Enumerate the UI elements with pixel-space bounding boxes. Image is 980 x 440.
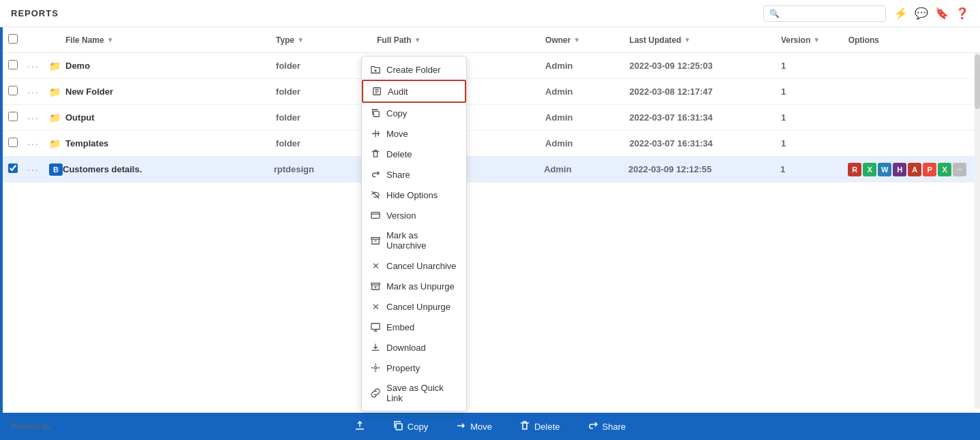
table-row: ··· 📁 Output folder Admin 2022-03-07 16:… bbox=[3, 105, 980, 131]
share-bottom-icon bbox=[587, 420, 598, 433]
file-table: File Name ▼ Type ▼ Full Path ▼ Owner ▼ L… bbox=[3, 27, 980, 432]
menu-item-hide-options[interactable]: Hide Options bbox=[362, 185, 466, 205]
menu-label-property: Property bbox=[386, 363, 420, 373]
cancel-unpurge-icon: ✕ bbox=[370, 301, 381, 312]
row-more-options[interactable]: ··· bbox=[27, 164, 49, 175]
top-bar: REPORTS 🔍 ⚡ 💬 🔖 ❓ bbox=[0, 0, 980, 27]
row-checkbox[interactable] bbox=[8, 138, 27, 149]
footer-text: Powered by: bbox=[11, 422, 52, 430]
col-header-options: Options bbox=[848, 35, 975, 45]
row-filename: Templates bbox=[65, 138, 276, 148]
table-row: ··· 📁 Templates folder Admin 2022-03-07 … bbox=[3, 131, 980, 157]
bookmark-icon[interactable]: 🔖 bbox=[935, 7, 949, 20]
col-header-fullpath: Full Path ▼ bbox=[377, 35, 545, 45]
version-icon bbox=[370, 210, 381, 221]
row-checkbox[interactable] bbox=[8, 86, 27, 97]
version-filter-icon[interactable]: ▼ bbox=[813, 36, 820, 44]
bottom-upload-btn[interactable] bbox=[341, 413, 379, 440]
row-checkbox[interactable] bbox=[8, 112, 27, 123]
delete-bottom-icon bbox=[519, 420, 530, 433]
svg-rect-3 bbox=[371, 238, 380, 240]
app-icons-row: R X W H A P X ··· bbox=[848, 163, 966, 176]
bottom-copy-btn[interactable]: Copy bbox=[379, 413, 442, 440]
app-icon-more[interactable]: ··· bbox=[953, 163, 966, 176]
menu-label-mark-unarchive: Mark as Unarchive bbox=[386, 230, 458, 251]
menu-label-hide-options: Hide Options bbox=[386, 190, 438, 200]
svg-rect-4 bbox=[371, 283, 380, 285]
row-more-options[interactable]: ··· bbox=[27, 61, 49, 72]
menu-item-create-folder[interactable]: Create Folder bbox=[362, 59, 466, 80]
share-bottom-label: Share bbox=[602, 422, 626, 432]
row-checkbox[interactable] bbox=[8, 163, 27, 175]
upload-icon bbox=[354, 420, 365, 433]
footer-brand: OPNBI bbox=[52, 422, 76, 430]
menu-item-share[interactable]: Share bbox=[362, 164, 466, 185]
chat-icon[interactable]: 💬 bbox=[915, 7, 928, 20]
svg-point-6 bbox=[374, 366, 377, 369]
menu-label-version: Version bbox=[386, 210, 416, 221]
row-filename: Demo bbox=[65, 61, 276, 71]
select-all-checkbox[interactable] bbox=[8, 34, 18, 44]
search-input[interactable] bbox=[782, 9, 880, 18]
trash-icon bbox=[370, 148, 381, 159]
eye-off-icon bbox=[370, 189, 381, 200]
table-row: ··· 📁 New Folder folder Admin 2022-03-08… bbox=[3, 79, 980, 105]
folder-icon: 📁 bbox=[49, 87, 65, 97]
row-type: rptdesign bbox=[274, 164, 376, 174]
help-icon[interactable]: ❓ bbox=[955, 7, 969, 20]
bottom-share-btn[interactable]: Share bbox=[574, 413, 640, 440]
notification-icon[interactable]: ⚡ bbox=[894, 7, 908, 20]
app-icon-a[interactable]: A bbox=[908, 163, 921, 176]
share-icon bbox=[370, 169, 381, 180]
row-more-options[interactable]: ··· bbox=[27, 87, 49, 97]
fullpath-filter-icon[interactable]: ▼ bbox=[414, 36, 421, 44]
menu-item-cancel-unpurge[interactable]: ✕ Cancel Unpurge bbox=[362, 296, 466, 317]
menu-item-version[interactable]: Version bbox=[362, 205, 466, 225]
menu-label-share: Share bbox=[386, 170, 410, 180]
bottom-delete-btn[interactable]: Delete bbox=[506, 413, 574, 440]
menu-label-create-folder: Create Folder bbox=[386, 65, 440, 75]
move-icon bbox=[370, 128, 381, 139]
row-more-options[interactable]: ··· bbox=[27, 112, 49, 123]
row-owner: Admin bbox=[544, 164, 628, 174]
app-icon-w[interactable]: W bbox=[878, 163, 891, 176]
delete-bottom-label: Delete bbox=[534, 422, 560, 432]
type-filter-icon[interactable]: ▼ bbox=[297, 36, 304, 44]
row-lastupdated: 2022-03-09 12:25:03 bbox=[630, 61, 781, 71]
menu-item-delete[interactable]: Delete bbox=[362, 144, 466, 164]
row-options: R X W H A P X ··· bbox=[848, 163, 975, 176]
filename-filter-icon[interactable]: ▼ bbox=[107, 36, 114, 44]
menu-item-mark-unpurge[interactable]: Mark as Unpurge bbox=[362, 276, 466, 296]
row-more-options[interactable]: ··· bbox=[27, 138, 49, 149]
row-owner: Admin bbox=[545, 61, 630, 71]
menu-item-audit[interactable]: Audit bbox=[362, 80, 466, 103]
scrollbar-thumb[interactable] bbox=[975, 54, 980, 109]
app-icon-x2[interactable]: X bbox=[938, 163, 951, 176]
app-icon-x1[interactable]: X bbox=[863, 163, 876, 176]
row-lastupdated: 2022-03-07 16:31:34 bbox=[630, 138, 781, 148]
report-file-icon: B bbox=[49, 163, 63, 176]
menu-item-property[interactable]: Property bbox=[362, 358, 466, 378]
app-icon-p[interactable]: P bbox=[923, 163, 936, 176]
row-version: 1 bbox=[781, 138, 848, 148]
menu-item-move[interactable]: Move bbox=[362, 123, 466, 144]
lastupdated-filter-icon[interactable]: ▼ bbox=[684, 36, 691, 44]
purge-icon bbox=[370, 281, 381, 292]
bottom-move-btn[interactable]: Move bbox=[442, 413, 506, 440]
search-box[interactable]: 🔍 bbox=[763, 5, 886, 22]
app-icon-r[interactable]: R bbox=[848, 163, 861, 176]
owner-filter-icon[interactable]: ▼ bbox=[573, 36, 580, 44]
row-lastupdated: 2022-03-07 16:31:34 bbox=[630, 112, 781, 123]
row-checkbox[interactable] bbox=[8, 60, 27, 72]
menu-item-copy[interactable]: Copy bbox=[362, 103, 466, 123]
svg-rect-5 bbox=[371, 324, 380, 330]
row-owner: Admin bbox=[545, 87, 630, 97]
menu-item-mark-unarchive[interactable]: Mark as Unarchive bbox=[362, 225, 466, 255]
menu-item-download[interactable]: Download bbox=[362, 337, 466, 358]
menu-item-save-quick-link[interactable]: Save as Quick Link bbox=[362, 378, 466, 408]
download-icon bbox=[370, 342, 381, 353]
menu-item-cancel-unarchive[interactable]: ✕ Cancel Unarchive bbox=[362, 255, 466, 276]
table-row: ··· B Customers details. rptdesign Admin… bbox=[3, 157, 980, 183]
app-icon-h[interactable]: H bbox=[893, 163, 906, 176]
menu-item-embed[interactable]: Embed bbox=[362, 317, 466, 337]
